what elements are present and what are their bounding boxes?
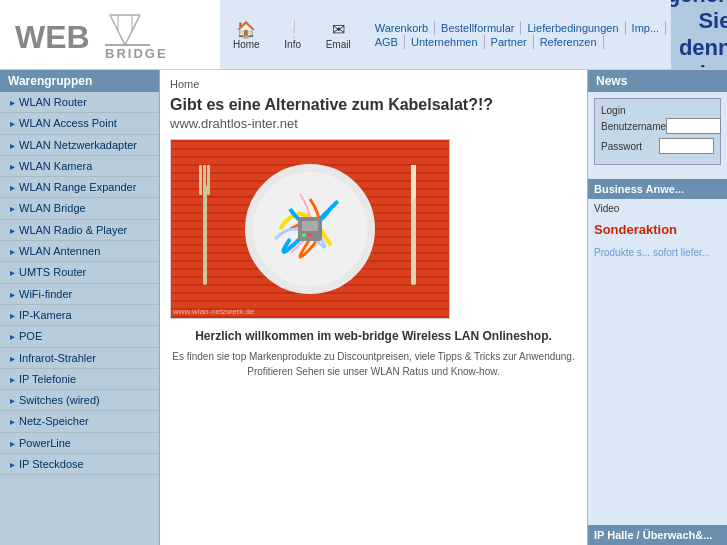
sidebar-header: Warengruppen (0, 70, 159, 92)
bullet-icon: ▸ (10, 437, 15, 450)
bullet-icon: ▸ (10, 330, 15, 343)
home-nav-item[interactable]: 🏠 Home (225, 14, 268, 55)
nav-icons: 🏠 Home ❕ Info ✉ Email (220, 0, 364, 69)
produkte-link[interactable]: Produkte s... sofort liefer... (594, 247, 710, 258)
sidebar-item-poe[interactable]: ▸ POE (0, 326, 159, 347)
sidebar-item-netzwerkadapter[interactable]: ▸ WLAN Netzwerkadapter (0, 135, 159, 156)
svg-rect-15 (302, 221, 318, 231)
login-box: Login Benutzername Passwort (594, 98, 721, 165)
svg-point-16 (302, 233, 306, 237)
sidebar: Warengruppen ▸ WLAN Router ▸ WLAN Access… (0, 70, 160, 545)
password-input[interactable] (659, 138, 714, 154)
produkte-section: Produkte s... sofort liefer... (588, 241, 727, 263)
nav-agb[interactable]: AGB (369, 35, 405, 49)
svg-rect-10 (203, 165, 206, 195)
bullet-icon: ▸ (10, 96, 15, 109)
header: WEB BRIDGE 🏠 Home ❕ Info ✉ Email Warenko… (0, 0, 727, 70)
bullet-icon: ▸ (10, 245, 15, 258)
sidebar-item-umts-router[interactable]: ▸ UMTS Router (0, 262, 159, 283)
plate (245, 164, 375, 294)
sidebar-item-radio-player[interactable]: ▸ WLAN Radio & Player (0, 220, 159, 241)
content-area: Home Gibt es eine Alternative zum Kabels… (160, 70, 587, 545)
nav-bestellformular[interactable]: Bestellformular (435, 21, 521, 35)
svg-rect-8 (203, 185, 207, 285)
fork-svg (191, 155, 221, 305)
login-label: Login (601, 105, 714, 116)
nav-partner[interactable]: Partner (485, 35, 534, 49)
sidebar-item-antennen[interactable]: ▸ WLAN Antennen (0, 241, 159, 262)
sonderaktion-label: Sonderaktion (588, 218, 727, 241)
sidebar-item-wifi-finder[interactable]: ▸ WiFi-finder (0, 284, 159, 305)
header-right: Wie gehen Sie denn ins Net (671, 0, 727, 69)
username-row: Benutzername (601, 118, 714, 134)
bullet-icon: ▸ (10, 181, 15, 194)
svg-text:BRIDGE: BRIDGE (105, 46, 168, 60)
password-row: Passwort (601, 138, 714, 154)
home-icon: 🏠 (234, 19, 258, 39)
watermark: www.wlan-netzwerk.de (173, 307, 254, 316)
sidebar-item-wlan-router[interactable]: ▸ WLAN Router (0, 92, 159, 113)
bullet-icon: ▸ (10, 160, 15, 173)
image-background: www.wlan-netzwerk.de (171, 140, 449, 318)
bullet-icon: ▸ (10, 352, 15, 365)
username-label: Benutzername (601, 121, 666, 132)
sidebar-item-ip-telefonie[interactable]: ▸ IP Telefonie (0, 369, 159, 390)
video-section: Video (588, 199, 727, 218)
cables-svg (260, 179, 360, 279)
sidebar-item-ip-steckdose[interactable]: ▸ IP Steckdose (0, 454, 159, 475)
page-title: Gibt es eine Alternative zum Kabelsalat?… (170, 96, 577, 114)
sidebar-item-access-point[interactable]: ▸ WLAN Access Point (0, 113, 159, 134)
breadcrumb: Home (170, 78, 577, 90)
logo-svg: WEB BRIDGE (10, 10, 210, 60)
welcome-text: Herzlich willkommen im web-bridge Wirele… (170, 329, 577, 343)
sidebar-item-powerline[interactable]: ▸ PowerLine (0, 433, 159, 454)
ip-halle-header: IP Halle / Überwach&... (588, 525, 727, 545)
nav-links: Warenkorb Bestellformular Lieferbedingun… (364, 0, 671, 69)
svg-rect-11 (207, 165, 210, 195)
logo-area: WEB BRIDGE (0, 0, 220, 69)
sidebar-item-infrarot[interactable]: ▸ Infrarot-Strahler (0, 348, 159, 369)
knife-svg (399, 155, 429, 305)
nav-links-row1: Warenkorb Bestellformular Lieferbedingun… (369, 21, 666, 35)
nav-impressum[interactable]: Imp... (626, 21, 667, 35)
description-line2: Profitieren Sehen sie unser WLAN Ratus u… (170, 364, 577, 379)
bullet-icon: ▸ (10, 224, 15, 237)
bullet-icon: ▸ (10, 394, 15, 407)
sidebar-item-switches[interactable]: ▸ Switches (wired) (0, 390, 159, 411)
header-slogan: Wie gehen Sie denn ins Net (671, 0, 727, 69)
nav-warenkorb[interactable]: Warenkorb (369, 21, 435, 35)
page-subtitle: www.drahtlos-inter.net (170, 116, 577, 131)
svg-text:WEB: WEB (15, 19, 90, 55)
sidebar-item-netz-speicher[interactable]: ▸ Netz-Speicher (0, 411, 159, 432)
svg-rect-9 (199, 165, 202, 195)
bullet-icon: ▸ (10, 117, 15, 130)
sidebar-item-ip-kamera[interactable]: ▸ IP-Kamera (0, 305, 159, 326)
news-header: News (588, 70, 727, 92)
login-section: Login Benutzername Passwort (588, 92, 727, 175)
username-input[interactable] (666, 118, 721, 134)
bullet-icon: ▸ (10, 415, 15, 428)
nav-links-row2: AGB Unternehmen Partner Referenzen (369, 35, 666, 49)
bullet-icon: ▸ (10, 288, 15, 301)
email-icon: ✉ (326, 19, 350, 39)
bullet-icon: ▸ (10, 266, 15, 279)
nav-referenzen[interactable]: Referenzen (534, 35, 604, 49)
bullet-icon: ▸ (10, 458, 15, 471)
svg-point-17 (308, 233, 312, 237)
bullet-icon: ▸ (10, 139, 15, 152)
description-line1: Es finden sie top Markenprodukte zu Disc… (170, 349, 577, 364)
right-panel: News Login Benutzername Passwort Busines… (587, 70, 727, 545)
nav-unternehmen[interactable]: Unternehmen (405, 35, 485, 49)
bullet-icon: ▸ (10, 309, 15, 322)
bullet-icon: ▸ (10, 202, 15, 215)
sidebar-item-bridge[interactable]: ▸ WLAN Bridge (0, 198, 159, 219)
password-label: Passwort (601, 141, 642, 152)
sidebar-item-kamera[interactable]: ▸ WLAN Kamera (0, 156, 159, 177)
email-nav-item[interactable]: ✉ Email (318, 14, 359, 55)
sidebar-item-range-expander[interactable]: ▸ WLAN Range Expander (0, 177, 159, 198)
bullet-icon: ▸ (10, 373, 15, 386)
hero-image: www.wlan-netzwerk.de (170, 139, 450, 319)
nav-lieferbedingungen[interactable]: Lieferbedingungen (521, 21, 625, 35)
info-icon: ❕ (281, 19, 305, 39)
info-nav-item[interactable]: ❕ Info (273, 14, 313, 55)
